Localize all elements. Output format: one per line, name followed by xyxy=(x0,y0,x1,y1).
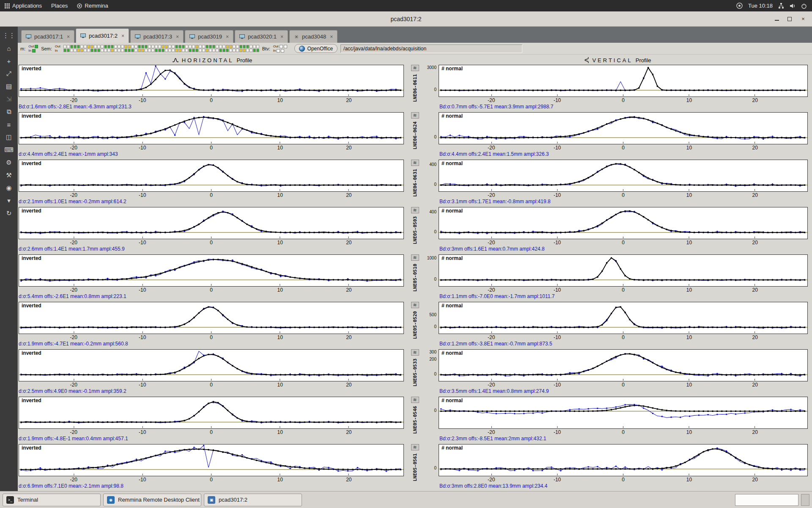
horizontal-profile-plot[interactable]: inverted xyxy=(19,254,404,287)
m-in-checkbox[interactable] xyxy=(32,49,36,52)
vertical-profile-plot[interactable]: # normal xyxy=(439,397,808,429)
taskbar-item-label: Terminal xyxy=(17,497,38,503)
device-settings-button[interactable]: ≋ xyxy=(411,302,419,308)
tab-close-icon[interactable]: × xyxy=(176,34,179,40)
horizontal-profile-plot[interactable]: inverted xyxy=(19,207,404,239)
home-icon[interactable]: ⌂ xyxy=(3,43,15,54)
tab-pcad3020:1[interactable]: pcad3020:1× xyxy=(235,30,288,43)
x-tick-label: 20 xyxy=(752,334,758,340)
close-button-icon[interactable]: × xyxy=(800,16,806,22)
scale-window-icon[interactable]: ▤ xyxy=(3,81,15,92)
power-icon[interactable] xyxy=(801,3,807,9)
tab-close-icon[interactable]: × xyxy=(280,34,283,40)
horizontal-profile-plot[interactable]: inverted xyxy=(19,112,404,144)
multi-monitor-icon[interactable]: ⧉ xyxy=(3,106,15,117)
taskbar-item-terminal[interactable]: >_Terminal xyxy=(3,494,101,506)
grip-icon[interactable]: ⋮⋮ xyxy=(3,30,15,41)
btv-out-checkbox2[interactable] xyxy=(284,45,287,48)
remmina-indicator-icon[interactable] xyxy=(736,3,743,9)
semaphore-cell xyxy=(206,45,208,48)
minimize-button-icon[interactable] xyxy=(775,17,779,21)
btv-out-in-group: Out In xyxy=(273,44,287,52)
menu-lines-icon[interactable]: ≡ xyxy=(3,119,15,130)
tools-icon[interactable]: ⚒ xyxy=(3,170,15,181)
semaphore-cell xyxy=(141,45,144,48)
tab-pcad3048[interactable]: pcad3048× xyxy=(289,30,337,43)
device-settings-button[interactable]: ≋ xyxy=(411,254,419,261)
header-subtitle: Profile xyxy=(236,57,252,64)
tab-close-icon[interactable]: × xyxy=(330,34,333,40)
horizontal-profile-plot[interactable]: inverted xyxy=(19,160,404,192)
vertical-profile-plot[interactable]: # normal xyxy=(439,160,808,192)
collapse-icon[interactable]: ▾ xyxy=(3,195,15,206)
workspace-pager[interactable] xyxy=(735,494,798,506)
vertical-profile-plot[interactable]: # normal xyxy=(439,349,808,381)
horizontal-profile-plot[interactable]: inverted xyxy=(19,302,404,334)
horizontal-profile-plot[interactable]: inverted xyxy=(19,349,404,381)
semaphore-cell xyxy=(97,49,100,52)
fit-stats: d:σ:2.1mm offs:1.0E1 mean:-0.2mm ampl:61… xyxy=(18,199,406,206)
in-label: In xyxy=(28,49,31,52)
btv-in-checkbox2[interactable] xyxy=(281,49,284,52)
new-connection-icon[interactable]: + xyxy=(3,55,15,66)
menu-places[interactable]: Places xyxy=(47,0,72,11)
vertical-profile-plot[interactable]: # normal xyxy=(439,302,808,334)
taskbar-item-pcad3017-2[interactable]: ▣pcad3017:2 xyxy=(204,494,302,506)
vertical-profile-plot[interactable]: # normal xyxy=(439,207,808,239)
taskbar-item-remmina-remote-desktop-client[interactable]: ◉Remmina Remote Desktop Client xyxy=(103,494,201,506)
m-out-checkbox[interactable] xyxy=(35,45,38,48)
maximize-button-icon[interactable] xyxy=(787,17,792,21)
device-settings-button[interactable]: ≋ xyxy=(411,160,419,166)
vertical-profile-plot[interactable]: # normal xyxy=(439,444,808,476)
clock[interactable]: Tue 10:18 xyxy=(748,3,773,9)
acquisition-path-field[interactable]: /acc/java/data/lna/adebds/acquisition xyxy=(340,44,522,53)
btv-in-checkbox[interactable] xyxy=(277,49,280,52)
device-settings-button[interactable]: ≋ xyxy=(411,65,419,71)
semaphore-cell xyxy=(74,49,77,52)
tab-close-icon[interactable]: × xyxy=(67,34,70,40)
device-settings-button[interactable]: ≋ xyxy=(411,349,419,356)
keyboard-grab-icon[interactable]: ⌨ xyxy=(3,144,15,155)
semaphore-cell xyxy=(91,49,93,52)
semaphore-cell xyxy=(165,45,168,48)
preferences-icon[interactable]: ⚙ xyxy=(3,157,15,168)
menu-applications[interactable]: Applications xyxy=(0,0,47,11)
x-tick-label: 10 xyxy=(686,240,692,246)
y-tick-label: 400 xyxy=(429,162,436,166)
fullscreen-icon[interactable]: ⤢ xyxy=(3,68,15,79)
y-tick-label: 0 xyxy=(434,182,436,186)
menu-remmina[interactable]: Remmina xyxy=(72,0,113,11)
horizontal-profile-plot[interactable]: inverted xyxy=(19,444,404,476)
device-settings-button[interactable]: ≋ xyxy=(411,444,419,450)
tab-pcad3017:2[interactable]: pcad3017:2× xyxy=(76,28,129,43)
horizontal-profile-plot[interactable]: inverted xyxy=(19,397,404,429)
openoffice-button[interactable]: OpenOffice xyxy=(294,44,337,53)
dynamic-resolution-icon[interactable]: ⇲ xyxy=(3,94,15,105)
x-tick-label: -10 xyxy=(554,97,561,103)
horizontal-profile-plot[interactable]: inverted xyxy=(19,65,404,97)
volume-icon[interactable] xyxy=(790,3,796,9)
show-desktop-button[interactable] xyxy=(801,494,809,506)
tab-pcad3019[interactable]: pcad3019× xyxy=(185,30,233,43)
vertical-profile-plot[interactable]: # normal xyxy=(439,254,808,287)
tab-pcad3017:1[interactable]: pcad3017:1× xyxy=(21,30,74,43)
x-tick-label: -20 xyxy=(488,477,495,483)
semaphore-cell xyxy=(212,45,215,48)
vertical-profile-plot[interactable]: # normal xyxy=(439,65,808,97)
device-cell: ≋LNE05-0520 xyxy=(406,302,423,349)
refresh-icon[interactable]: ↻ xyxy=(3,208,15,219)
vertical-profile-plot[interactable]: # normal xyxy=(439,112,808,144)
sem-label: Sem: xyxy=(41,46,52,51)
tab-close-icon[interactable]: × xyxy=(226,34,229,40)
tab-pcad3017:3[interactable]: pcad3017:3× xyxy=(130,30,184,43)
device-settings-button[interactable]: ≋ xyxy=(411,207,419,213)
screenshot-icon[interactable]: ◉ xyxy=(3,182,15,193)
device-settings-button[interactable]: ≋ xyxy=(411,112,419,119)
network-icon[interactable] xyxy=(778,3,784,9)
side-panel-icon[interactable]: ◫ xyxy=(3,132,15,143)
btv-out-checkbox[interactable] xyxy=(280,45,283,48)
semaphore-cell xyxy=(134,45,137,48)
tab-close-icon[interactable]: × xyxy=(121,33,124,39)
x-axis-ticks: -20-1001020 xyxy=(439,334,808,341)
device-settings-button[interactable]: ≋ xyxy=(411,397,419,403)
